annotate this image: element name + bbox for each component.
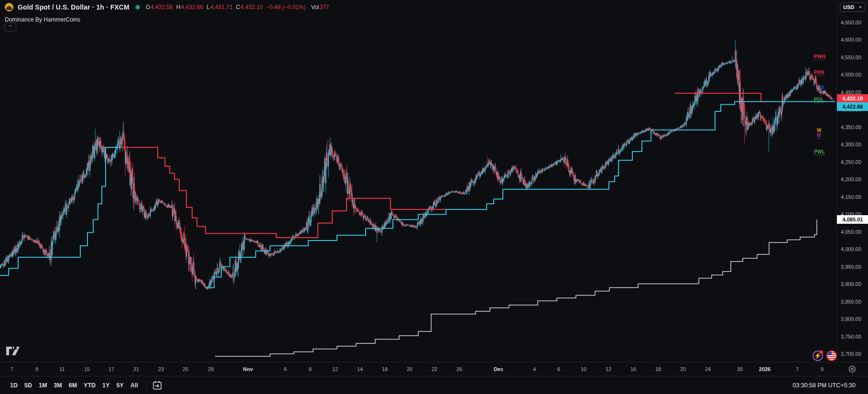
- toolbar-divider: [146, 381, 147, 390]
- time-axis-label: 15: [84, 366, 90, 372]
- time-axis-label: 2026: [759, 366, 770, 372]
- range-button-all[interactable]: All: [127, 380, 141, 391]
- low-value: 4,431.71: [210, 4, 233, 11]
- low-label: L: [206, 4, 210, 11]
- open-label: O: [146, 4, 150, 11]
- time-axis-label: 22: [432, 366, 437, 372]
- price-axis-label: 4,650.00: [841, 20, 861, 25]
- notification-dot-icon: [820, 350, 823, 354]
- range-button-3m[interactable]: 3M: [50, 380, 65, 391]
- volume-label: Vol: [311, 4, 319, 11]
- time-axis-label: 18: [655, 366, 661, 372]
- axis-settings-icon[interactable]: [848, 365, 857, 373]
- price-axis-label: 4,050.00: [841, 229, 861, 235]
- price-axis-label: 4,500.00: [841, 72, 861, 77]
- symbol-header: Gold Spot / U.S. Dollar · 1h · FXCM O4,4…: [0, 0, 329, 14]
- us-flag-icon[interactable]: [826, 350, 837, 361]
- trading-chart-app: PWHPDHDPDLWMPWL Gold Spot / U.S. Dollar …: [0, 0, 868, 394]
- time-axis-label: Dec: [494, 366, 503, 372]
- time-axis-label: 25: [183, 366, 188, 372]
- level-label-pdh: PDH: [814, 70, 825, 76]
- time-axis-label: 7: [11, 366, 13, 372]
- close-label: C: [236, 4, 240, 11]
- price-axis-label: 4,000.00: [841, 246, 861, 252]
- price-tag: 4,432.10: [837, 94, 868, 103]
- time-axis-label: 14: [357, 366, 363, 372]
- price-axis-label: 4,350.00: [841, 124, 861, 130]
- ohlc-readout: O4,432.58 H4,432.66 L4,431.71 C4,432.10 …: [146, 4, 329, 11]
- symbol-title[interactable]: Gold Spot / U.S. Dollar · 1h · FXCM: [18, 3, 130, 11]
- time-axis-label: 23: [158, 366, 164, 372]
- volume-value: 377: [319, 4, 329, 11]
- time-axis-label: 16: [630, 366, 636, 372]
- level-label-m: M: [817, 133, 821, 139]
- range-button-1d[interactable]: 1D: [7, 380, 21, 391]
- price-axis-label: 4,550.00: [841, 55, 861, 60]
- time-axis-label: 12: [606, 366, 611, 372]
- time-axis-label: 12: [332, 366, 338, 372]
- price-axis-label: 4,600.00: [841, 37, 861, 43]
- time-axis-label: 11: [59, 366, 65, 372]
- session-clock[interactable]: 03:30:58 PM UTC+5:30: [792, 382, 861, 389]
- range-button-5y[interactable]: 5Y: [113, 380, 127, 391]
- time-axis-label: 20: [407, 366, 412, 372]
- price-axis-label: 3,900.00: [841, 281, 861, 287]
- time-axis-label: 20: [680, 366, 686, 372]
- level-label-d: D: [820, 85, 824, 91]
- time-axis-label: 6: [284, 366, 287, 372]
- open-value: 4,432.58: [151, 4, 173, 11]
- price-axis-label: 3,700.00: [841, 351, 861, 357]
- chart-pane[interactable]: PWHPDHDPDLWMPWL: [0, 0, 836, 362]
- instant-trading-icon[interactable]: ⚡: [813, 350, 823, 361]
- indicator-title[interactable]: Dominance By HammerCoins: [5, 16, 80, 23]
- chevron-down-icon: ▼: [858, 5, 862, 10]
- time-axis-label: 6: [557, 366, 560, 372]
- level-label-pwl: PWL: [814, 149, 825, 155]
- price-axis-label: 3,850.00: [841, 299, 861, 305]
- legend-collapse-button[interactable]: ⌃: [4, 22, 16, 32]
- time-axis-label: 7: [796, 366, 799, 372]
- bottom-toolbar: 1D5D1M3M6MYTD1Y5YAll 03:30:58 PM UTC+5:3…: [0, 376, 868, 394]
- price-axis-label: 4,200.00: [841, 176, 861, 182]
- chart-corner-icons: ⚡: [813, 350, 837, 361]
- time-axis-label: 17: [108, 366, 114, 372]
- range-button-6m[interactable]: 6M: [65, 380, 80, 391]
- time-axis-label: 29: [208, 366, 214, 372]
- price-axis-label: 4,300.00: [841, 142, 861, 147]
- time-axis-label: Nov: [243, 366, 253, 372]
- close-value: 4,432.10: [240, 4, 263, 11]
- time-axis-label: 18: [382, 366, 388, 372]
- high-value: 4,432.66: [181, 4, 203, 11]
- time-axis-label: 24: [705, 366, 711, 372]
- range-button-5d[interactable]: 5D: [21, 380, 35, 391]
- symbol-logo-icon[interactable]: [5, 3, 13, 11]
- time-axis-label: 4: [533, 366, 536, 372]
- time-axis-label: 8: [309, 366, 312, 372]
- price-axis[interactable]: USD ▼ 4,650.004,600.004,550.004,500.004,…: [836, 0, 868, 362]
- market-status-icon[interactable]: [136, 5, 140, 9]
- price-axis-label: 3,750.00: [841, 334, 861, 339]
- time-axis-label: 9: [35, 366, 38, 372]
- time-axis[interactable]: 7911151721232529Nov68121418202226Dec4610…: [0, 362, 868, 376]
- price-chart-canvas[interactable]: [0, 0, 836, 362]
- currency-label: USD: [843, 4, 854, 10]
- tradingview-logo-icon[interactable]: [6, 346, 23, 356]
- range-button-1y[interactable]: 1Y: [99, 380, 113, 391]
- level-label-pwh: PWH: [814, 54, 825, 60]
- time-axis-label: 9: [821, 366, 824, 372]
- time-axis-label: 30: [737, 366, 743, 372]
- range-button-ytd[interactable]: YTD: [80, 380, 99, 391]
- price-axis-label: 3,800.00: [841, 316, 861, 322]
- time-axis-label: 26: [456, 366, 462, 372]
- level-label-pdl: PDL: [814, 97, 824, 103]
- range-button-1m[interactable]: 1M: [35, 380, 50, 391]
- time-axis-label: 10: [581, 366, 586, 372]
- price-tag: 4,085.01: [837, 215, 868, 224]
- go-to-date-icon[interactable]: [152, 380, 163, 391]
- change-value: −0.48 (−0.01%): [266, 4, 306, 11]
- price-axis-label: 3,950.00: [841, 264, 861, 270]
- price-axis-label: 4,150.00: [841, 194, 861, 200]
- high-label: H: [176, 4, 181, 11]
- currency-dropdown[interactable]: USD ▼: [840, 2, 866, 12]
- date-range-buttons: 1D5D1M3M6MYTD1Y5YAll: [7, 380, 141, 391]
